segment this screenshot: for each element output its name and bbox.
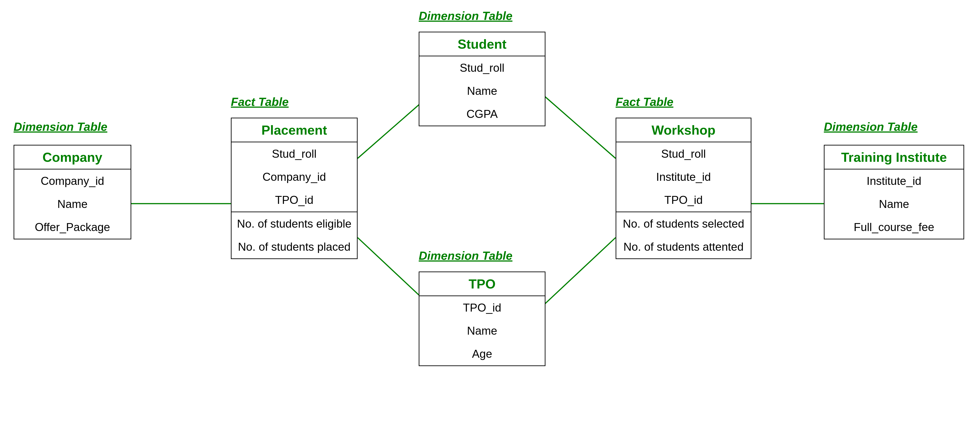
workshop-field-tpoid: TPO_id xyxy=(616,189,751,211)
student-table-label: Dimension Table xyxy=(419,9,512,22)
workshop-table: Workshop Stud_roll Institute_id TPO_id N… xyxy=(616,118,751,259)
company-table: Company Company_id Name Offer_Package xyxy=(14,145,131,239)
student-field-name: Name xyxy=(419,79,545,103)
workshop-fields-top: Stud_roll Institute_id TPO_id xyxy=(616,142,751,212)
svg-line-3 xyxy=(543,95,616,158)
tpo-header: TPO xyxy=(419,272,545,296)
tpo-field-age: Age xyxy=(419,342,545,365)
student-field-cgpa: CGPA xyxy=(419,103,545,126)
tpo-table-label: Dimension Table xyxy=(419,249,512,262)
placement-fields-top: Stud_roll Company_id TPO_id xyxy=(232,142,357,212)
placement-field-eligible: No. of students eligible xyxy=(232,212,357,235)
company-field-companyid: Company_id xyxy=(14,170,130,192)
company-field-name: Name xyxy=(14,192,130,216)
placement-fields-bottom: No. of students eligible No. of students… xyxy=(232,212,357,258)
training-institute-fields: Institute_id Name Full_course_fee xyxy=(824,170,964,239)
student-field-studroll: Stud_roll xyxy=(419,56,545,79)
company-field-offerpackage: Offer_Package xyxy=(14,216,130,239)
workshop-field-instituteid: Institute_id xyxy=(616,165,751,189)
student-table: Student Stud_roll Name CGPA xyxy=(419,32,546,126)
placement-field-placed: No. of students placed xyxy=(232,235,357,258)
tpo-fields: TPO_id Name Age xyxy=(419,296,545,365)
workshop-field-attented: No. of students attented xyxy=(616,235,751,258)
training-institute-table-label: Dimension Table xyxy=(824,120,918,133)
placement-field-tpoid: TPO_id xyxy=(232,189,357,211)
company-fields: Company_id Name Offer_Package xyxy=(14,170,130,239)
company-header: Company xyxy=(14,146,130,170)
diagram-container: Dimension Table Student Stud_roll Name C… xyxy=(0,0,980,448)
workshop-table-label: Fact Table xyxy=(616,95,673,109)
placement-table-label: Fact Table xyxy=(231,95,289,109)
training-institute-field-instituteid: Institute_id xyxy=(824,170,964,192)
workshop-fields-bottom: No. of students selected No. of students… xyxy=(616,212,751,258)
placement-header: Placement xyxy=(232,118,357,142)
student-fields: Stud_roll Name CGPA xyxy=(419,56,545,126)
placement-table: Placement Stud_roll Company_id TPO_id No… xyxy=(231,118,358,259)
svg-line-4 xyxy=(543,238,616,305)
tpo-field-name: Name xyxy=(419,319,545,342)
training-institute-field-fullcoursefee: Full_course_fee xyxy=(824,216,964,239)
placement-field-studroll: Stud_roll xyxy=(232,142,357,165)
company-table-label: Dimension Table xyxy=(14,120,107,133)
workshop-header: Workshop xyxy=(616,118,751,142)
workshop-field-studroll: Stud_roll xyxy=(616,142,751,165)
tpo-field-tpoid: TPO_id xyxy=(419,296,545,319)
workshop-field-selected: No. of students selected xyxy=(616,212,751,235)
training-institute-field-name: Name xyxy=(824,192,964,216)
placement-field-companyid: Company_id xyxy=(232,165,357,189)
student-header: Student xyxy=(419,32,545,56)
training-institute-table: Training Institute Institute_id Name Ful… xyxy=(824,145,964,239)
training-institute-header: Training Institute xyxy=(824,146,964,170)
tpo-table: TPO TPO_id Name Age xyxy=(419,272,546,366)
